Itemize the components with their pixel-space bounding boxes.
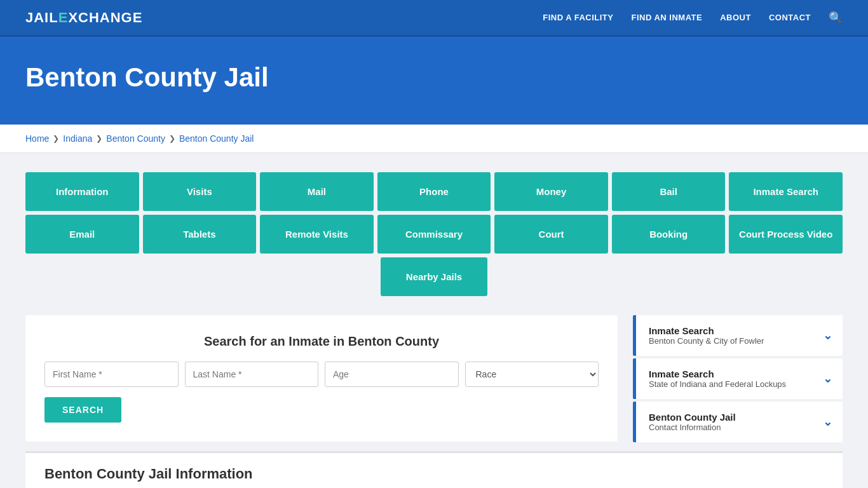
search-button[interactable]: SEARCH (44, 397, 121, 423)
button-grid-row2: Email Tablets Remote Visits Commissary C… (25, 215, 843, 254)
hero-section: Benton County Jail (0, 37, 868, 125)
last-name-input[interactable] (185, 362, 319, 387)
nav-find-facility[interactable]: FIND A FACILITY (543, 13, 613, 22)
breadcrumb-indiana[interactable]: Indiana (63, 133, 92, 144)
chevron-down-icon-2: ⌄ (823, 372, 832, 386)
nav-contact[interactable]: CONTACT (769, 13, 811, 22)
chevron-down-icon-3: ⌄ (823, 415, 832, 429)
btn-tablets[interactable]: Tablets (143, 215, 257, 254)
btn-booking[interactable]: Booking (612, 215, 726, 254)
age-input[interactable] (325, 362, 459, 387)
btn-nearby-jails[interactable]: Nearby Jails (381, 257, 487, 296)
sidebar-item-inmate-search-indiana[interactable]: Inmate Search State of Indiana and Feder… (633, 358, 843, 399)
nav-about[interactable]: ABOUT (720, 13, 751, 22)
navbar: JAILEXCHANGE FIND A FACILITY FIND AN INM… (0, 0, 868, 37)
breadcrumb-sep-3: ❯ (169, 134, 175, 143)
race-select[interactable]: Race White Black Hispanic Asian Native A… (465, 362, 599, 387)
sidebar-item-contact-info[interactable]: Benton County Jail Contact Information ⌄ (633, 402, 843, 442)
breadcrumb-home[interactable]: Home (25, 133, 49, 144)
first-name-input[interactable] (44, 362, 179, 387)
nav-links: FIND A FACILITY FIND AN INMATE ABOUT CON… (543, 11, 843, 25)
nav-find-inmate[interactable]: FIND AN INMATE (631, 13, 702, 22)
btn-email[interactable]: Email (25, 215, 139, 254)
breadcrumb-benton-county-jail[interactable]: Benton County Jail (179, 133, 254, 144)
sidebar-label-2: Inmate Search (649, 369, 786, 379)
btn-information[interactable]: Information (25, 172, 139, 211)
logo-jail: JAIL (25, 10, 58, 26)
search-inputs: Race White Black Hispanic Asian Native A… (44, 362, 599, 387)
button-grid-row1: Information Visits Mail Phone Money Bail… (25, 172, 843, 211)
lower-section: Search for an Inmate in Benton County Ra… (25, 315, 843, 445)
breadcrumb-sep-2: ❯ (96, 134, 102, 143)
sidebar-sub-1: Benton County & City of Fowler (649, 336, 764, 346)
btn-court-process-video[interactable]: Court Process Video (729, 215, 843, 254)
btn-court[interactable]: Court (494, 215, 608, 254)
sidebar-sub-2: State of Indiana and Federal Lockups (649, 379, 786, 389)
breadcrumb-sep-1: ❯ (53, 134, 59, 143)
btn-remote-visits[interactable]: Remote Visits (260, 215, 374, 254)
sidebar-sub-3: Contact Information (649, 423, 736, 432)
breadcrumb: Home ❯ Indiana ❯ Benton County ❯ Benton … (0, 125, 868, 153)
btn-money[interactable]: Money (494, 172, 608, 211)
site-logo: JAILEXCHANGE (25, 10, 142, 26)
btn-bail[interactable]: Bail (612, 172, 726, 211)
chevron-down-icon-1: ⌄ (823, 329, 832, 342)
btn-visits[interactable]: Visits (143, 172, 257, 211)
btn-inmate-search[interactable]: Inmate Search (729, 172, 843, 211)
btn-phone[interactable]: Phone (377, 172, 491, 211)
btn-mail[interactable]: Mail (260, 172, 374, 211)
btn-commissary[interactable]: Commissary (377, 215, 491, 254)
sidebar-item-inmate-search-benton[interactable]: Inmate Search Benton County & City of Fo… (633, 315, 843, 356)
button-grid-row3: Nearby Jails (25, 257, 843, 296)
search-title: Search for an Inmate in Benton County (44, 334, 599, 349)
sidebar-label-1: Inmate Search (649, 325, 764, 336)
sidebar-label-3: Benton County Jail (649, 412, 736, 423)
search-card: Search for an Inmate in Benton County Ra… (25, 315, 618, 442)
jail-info-heading: Benton County Jail Information (44, 466, 824, 482)
page-title: Benton County Jail (25, 62, 843, 93)
breadcrumb-benton-county[interactable]: Benton County (106, 133, 165, 144)
logo-x: E (58, 10, 69, 26)
sidebar: Inmate Search Benton County & City of Fo… (633, 315, 843, 445)
main-content: Information Visits Mail Phone Money Bail… (0, 153, 868, 488)
jail-info-section: Benton County Jail Information (25, 451, 843, 488)
logo-exchange: XCHANGE (68, 10, 142, 26)
search-icon[interactable]: 🔍 (829, 11, 843, 25)
